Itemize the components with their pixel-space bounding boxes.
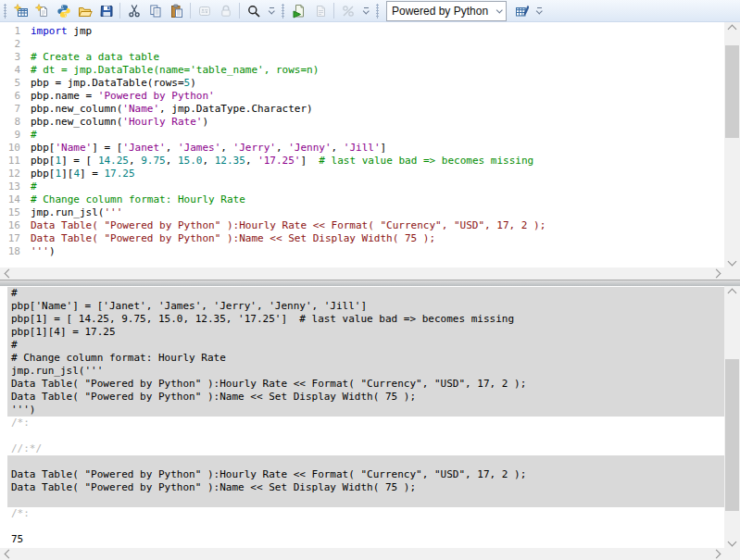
copy-icon[interactable] (144, 1, 166, 21)
properties-icon (194, 1, 215, 21)
run-script-icon[interactable] (288, 1, 309, 21)
toolbar-group: Powered by Python (374, 0, 547, 22)
scrollbar-corner (724, 548, 740, 560)
code-text: pbp.name = 'Powered by Python' (20, 90, 215, 103)
scroll-left-icon[interactable] (2, 268, 15, 280)
log-line: //:*/ (11, 442, 721, 455)
save-icon[interactable] (95, 1, 117, 21)
cut-icon[interactable] (123, 1, 144, 21)
code-line: 7pbp.new_column('Name', jmp.DataType.Cha… (0, 103, 724, 116)
toolbar-group (2, 0, 280, 22)
open-icon[interactable] (74, 1, 95, 21)
toolbar-overflow-button[interactable] (266, 2, 278, 20)
code-text: pbp['Name'] = ['Janet', 'James', 'Jerry'… (20, 142, 386, 155)
line-number: 5 (0, 77, 20, 90)
log-line: 75 (11, 533, 721, 546)
language-combobox[interactable]: Powered by Python (386, 1, 507, 21)
log-block: #pbp['Name'] = ['Janet', 'James', 'Jerry… (7, 287, 724, 417)
log-line: pbp[1] = [ 14.25, 9.75, 15.0, 12.35, '17… (11, 313, 721, 326)
log-line: pbp['Name'] = ['Janet', 'James', 'Jerry'… (11, 300, 721, 313)
code-line: 17Data Table( "Powered by Python" ):Name… (0, 232, 724, 245)
toolbar-group (280, 0, 374, 22)
toolbar-separator (119, 3, 120, 19)
log-horizontal-scrollbar (0, 548, 724, 560)
toolbar-grip[interactable] (282, 4, 284, 19)
log-line: pbp[1][4] = 17.25 (11, 326, 721, 339)
editor-vertical-scrollbar (724, 22, 740, 268)
code-text: Data Table( "Powered by Python" ):Name <… (20, 232, 435, 245)
line-number: 13 (0, 180, 20, 193)
chevron-down-icon (496, 7, 502, 13)
code-line: 5pbp = jmp.DataTable(rows=5) (0, 77, 724, 90)
line-number: 8 (0, 116, 20, 129)
log-line (11, 455, 721, 468)
scroll-up-icon[interactable] (724, 286, 740, 299)
editor-vscroll-thumb[interactable] (725, 45, 739, 138)
toolbar-overflow-button[interactable] (360, 2, 372, 20)
new-script-icon[interactable] (31, 1, 53, 21)
line-number: 3 (0, 51, 20, 64)
log-block: /*:75 (7, 507, 724, 546)
log-line: # Change column format: Hourly Rate (11, 352, 721, 365)
log-line (11, 520, 721, 533)
log-line: # (11, 287, 721, 300)
code-line: 2 (0, 38, 724, 51)
code-text: Data Table( "Powered by Python" ):Hourly… (20, 219, 546, 232)
scroll-left-icon[interactable] (2, 548, 15, 560)
search-icon[interactable] (243, 1, 264, 21)
code-line: 4# dt = jmp.DataTable(name='table_name',… (0, 64, 724, 77)
log-line: jmp.run_jsl(''' (11, 365, 721, 378)
line-number: 15 (0, 206, 20, 219)
log-vscroll-thumb[interactable] (725, 359, 739, 511)
line-number: 10 (0, 142, 20, 155)
code-line: 10pbp['Name'] = ['Janet', 'James', 'Jerr… (0, 142, 724, 155)
toolbar-separator (190, 3, 191, 19)
code-line: 1import jmp (0, 25, 724, 38)
toolbar: Powered by Python (0, 0, 740, 22)
scroll-right-icon[interactable] (709, 548, 722, 560)
log-line: Data Table( "Powered by Python" ):Name <… (11, 481, 721, 494)
paste-icon[interactable] (166, 1, 187, 21)
code-text: # (20, 129, 37, 142)
toolbar-overflow-button[interactable] (533, 2, 546, 20)
code-line: 12pbp[1][4] = 17.25 (0, 168, 724, 180)
lock-icon (215, 1, 236, 21)
make-data-table-icon[interactable] (510, 1, 532, 21)
python-icon[interactable] (53, 1, 74, 21)
log-line (11, 494, 721, 507)
code-text: pbp[1][4] = 17.25 (20, 168, 135, 180)
code-line: 3# Create a data table (0, 51, 724, 64)
jmp-script-window: Powered by Python 1import jmp23# Create … (0, 0, 740, 560)
scroll-down-icon[interactable] (724, 535, 740, 548)
log-line: /*: (11, 417, 721, 429)
line-number: 9 (0, 129, 20, 142)
log-output[interactable]: #pbp['Name'] = ['Janet', 'James', 'Jerry… (0, 286, 724, 548)
code-text: # Change column format: Hourly Rate (20, 193, 245, 206)
log-block: /*://:*/ (7, 417, 724, 455)
line-number: 4 (0, 64, 20, 77)
line-number: 2 (0, 38, 20, 51)
script-editor[interactable]: 1import jmp23# Create a data table4# dt … (0, 22, 724, 268)
toolbar-grip[interactable] (376, 4, 379, 19)
line-number: 1 (0, 25, 20, 38)
code-line: 8pbp.new_column('Hourly Rate') (0, 116, 724, 129)
scroll-down-icon[interactable] (724, 255, 740, 268)
script-editor-pane: 1import jmp23# Create a data table4# dt … (0, 22, 740, 280)
code-line: 15jmp.run_jsl(''' (0, 206, 724, 219)
code-text: # dt = jmp.DataTable(name='table_name', … (20, 64, 319, 77)
code-line: 16Data Table( "Powered by Python" ):Hour… (0, 219, 724, 232)
code-text: import jmp (20, 25, 92, 38)
log-vertical-scrollbar (724, 286, 740, 548)
code-text: pbp[1] = [ 14.25, 9.75, 15.0, 12.35, '17… (20, 155, 533, 168)
toolbar-grip[interactable] (4, 4, 6, 19)
pane-splitter[interactable] (0, 280, 740, 286)
log-line: Data Table( "Powered by Python" ):Name <… (11, 391, 721, 404)
toolbar-separator (333, 3, 334, 19)
scroll-right-icon[interactable] (709, 268, 722, 280)
editor-horizontal-scrollbar (0, 268, 724, 280)
log-line: ''') (11, 404, 721, 417)
scroll-up-icon[interactable] (724, 22, 740, 35)
new-data-table-icon[interactable] (10, 1, 31, 21)
code-line: 18''') (0, 245, 724, 258)
line-number: 16 (0, 219, 20, 232)
